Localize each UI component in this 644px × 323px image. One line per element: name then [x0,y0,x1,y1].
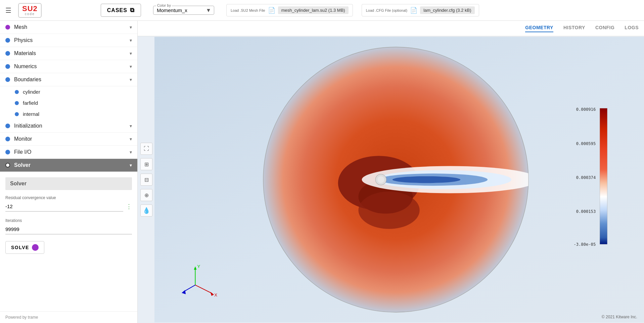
cfg-load-group: Load .CFG File (optional) 📄 lam_cylinder… [362,4,479,16]
materials-label: Materials [14,50,130,56]
numerics-dot [5,64,10,69]
numerics-chevron-icon: ▾ [130,64,132,69]
sidebar-subitem-cylinder[interactable]: cylinder [0,86,137,97]
residual-input[interactable] [5,201,123,212]
cfg-filename: lam_cylinder.cfg (3.2 kB) [420,6,474,14]
sidebar-item-numerics[interactable]: Numerics ▾ [0,60,137,73]
sidebar: Mesh ▾ Physics ▾ Materials ▾ Numerics ▾ … [0,21,138,323]
sidebar-item-mesh[interactable]: Mesh ▾ [0,21,137,34]
drop-button[interactable]: 💧 [140,204,152,217]
residual-options-button[interactable]: ⋮ [126,203,132,210]
boundaries-dot [5,77,10,82]
initialization-label: Initialization [14,123,130,129]
sidebar-item-monitor[interactable]: Monitor ▾ [0,133,137,146]
visualization-canvas: 0.000916 0.000595 0.000374 0.000153 -3.8… [154,36,644,323]
boundaries-chevron-icon: ▾ [130,77,132,82]
tab-config[interactable]: CONFIG [595,25,614,32]
svg-point-11 [359,191,420,229]
cfg-file-icon[interactable]: 📄 [410,7,417,14]
sidebar-item-materials[interactable]: Materials ▾ [0,47,137,60]
file-io-dot [5,150,10,154]
topbar: ☰ SU2 code CASES ⧉ Color by Momentum_x P… [0,0,644,21]
right-panel: GEOMETRY HISTORY CONFIG LOGS ⛶ ⊞ ⊟ ⊕ 💧 [138,21,644,323]
mesh-label: Mesh [14,24,130,30]
internal-label: internal [23,111,39,117]
tabs-bar: GEOMETRY HISTORY CONFIG LOGS [138,21,644,36]
residual-group: Residual convergence value ⋮ [5,195,132,212]
viewport: ⛶ ⊞ ⊟ ⊕ 💧 [138,36,644,323]
solver-nav-label: Solver [14,162,130,168]
solver-dot [5,163,10,168]
cylinder-label: cylinder [23,89,40,95]
svg-text:X: X [214,292,217,297]
svg-text:-3.80e-05: -3.80e-05 [573,242,596,247]
solve-label: SOLVE [11,245,29,250]
sidebar-subitem-internal[interactable]: internal [0,108,137,120]
sidebar-item-file-io[interactable]: File I/O ▾ [0,146,137,159]
solve-icon [32,244,39,251]
cases-button[interactable]: CASES ⧉ [101,4,141,17]
farfield-dot [15,101,19,105]
mesh-dot [5,25,10,30]
internal-dot [15,112,19,116]
svg-rect-12 [600,108,607,244]
cfg-load-label: Load .CFG File (optional) [366,8,408,12]
svg-point-10 [377,176,384,183]
monitor-dot [5,137,10,141]
tab-logs[interactable]: LOGS [625,25,639,32]
viz-svg: 0.000916 0.000595 0.000374 0.000153 -3.8… [154,36,644,323]
cylinder-dot [15,90,19,94]
monitor-label: Monitor [14,136,130,142]
iterations-label: Iterations [5,218,132,223]
color-by-select[interactable]: Momentum_x Pressure Density Velocity [157,7,211,13]
solver-panel: Solver Residual convergence value ⋮ Iter… [0,172,137,311]
materials-dot [5,51,10,56]
solve-button[interactable]: SOLVE [5,241,44,254]
iterations-input[interactable] [5,224,132,234]
fullscreen-button[interactable]: ⛶ [140,143,152,155]
main-content: Mesh ▾ Physics ▾ Materials ▾ Numerics ▾ … [0,21,644,323]
physics-chevron-icon: ▾ [130,38,132,43]
farfield-label: farfield [23,100,38,106]
sidebar-item-boundaries[interactable]: Boundaries ▾ [0,73,137,86]
file-io-chevron-icon: ▾ [130,149,132,155]
no-grid-button[interactable]: ⊟ [140,174,152,186]
hamburger-button[interactable]: ☰ [4,5,13,16]
iterations-group: Iterations [5,218,132,234]
color-by-label: Color by [156,3,172,7]
mesh-filename: mesh_cylinder_lam.su2 (1.3 MB) [278,6,349,14]
sidebar-item-initialization[interactable]: Initialization ▾ [0,120,137,133]
physics-dot [5,38,10,43]
materials-chevron-icon: ▾ [130,51,132,56]
axes-button[interactable]: ⊕ [140,189,152,201]
svg-text:0.000374: 0.000374 [576,175,596,180]
physics-label: Physics [14,37,130,43]
viewport-toolbar: ⛶ ⊞ ⊟ ⊕ 💧 [140,143,152,217]
boundaries-label: Boundaries [14,77,130,83]
sidebar-footer: Powered by trame [0,311,137,323]
svg-text:Y: Y [197,264,200,269]
svg-text:0.000153: 0.000153 [576,209,596,214]
logo-code: code [25,12,35,16]
monitor-chevron-icon: ▾ [130,136,132,142]
mesh-chevron-icon: ▾ [130,25,132,30]
logo-su2: SU2 [22,5,38,12]
mesh-load-label: Load .SU2 Mesh File [231,8,265,12]
sidebar-item-physics[interactable]: Physics ▾ [0,34,137,47]
solver-panel-title: Solver [5,177,132,190]
logo: SU2 code [18,3,42,18]
sidebar-item-solver[interactable]: Solver ▾ [0,159,137,172]
numerics-label: Numerics [14,63,130,70]
tab-history[interactable]: HISTORY [563,25,585,32]
cases-icon: ⧉ [130,7,135,14]
tab-geometry[interactable]: GEOMETRY [525,25,553,32]
cases-label: CASES [107,7,127,13]
mesh-load-group: Load .SU2 Mesh File 📄 mesh_cylinder_lam.… [226,4,353,16]
mesh-file-icon[interactable]: 📄 [268,7,275,14]
color-by-group: Color by Momentum_x Pressure Density Vel… [153,6,214,15]
svg-text:0.000916: 0.000916 [576,107,596,112]
grid-button[interactable]: ⊞ [140,158,152,170]
svg-point-8 [393,176,461,183]
sidebar-subitem-farfield[interactable]: farfield [0,97,137,108]
file-io-label: File I/O [14,149,130,155]
